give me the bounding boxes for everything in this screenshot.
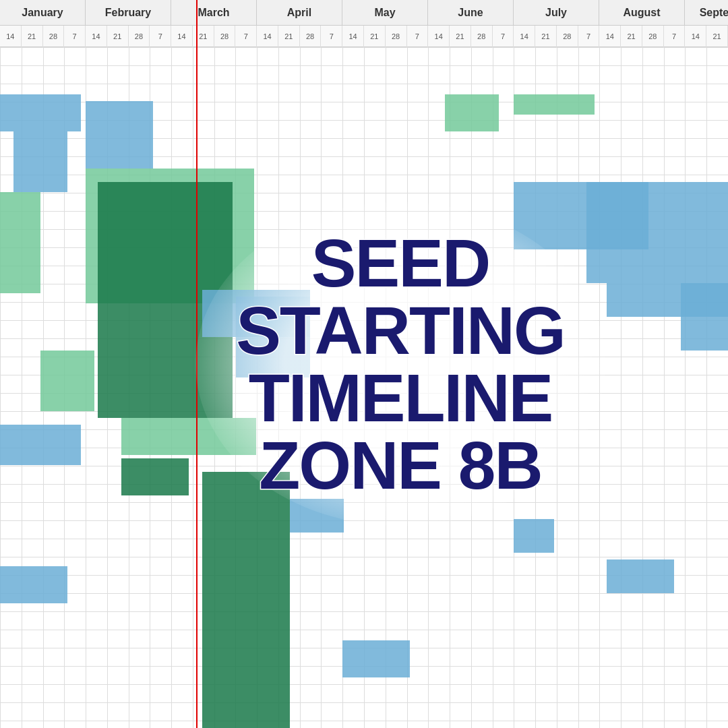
week-label: 28 bbox=[300, 26, 322, 47]
month-label-june: June bbox=[428, 0, 514, 26]
overlay-line3: TIMELINE bbox=[236, 364, 565, 431]
week-label: 21 bbox=[22, 26, 43, 47]
week-label: 21 bbox=[450, 26, 471, 47]
week-label: 28 bbox=[43, 26, 65, 47]
month-header: JanuaryFebruaryMarchAprilMayJuneJulyAugu… bbox=[0, 0, 728, 26]
h-grid-line bbox=[0, 539, 728, 539]
h-grid-line bbox=[0, 593, 728, 594]
timeline-block bbox=[86, 101, 153, 169]
week-label: 7 bbox=[407, 26, 429, 47]
timeline-block bbox=[202, 472, 290, 728]
month-label-september: September bbox=[685, 0, 728, 26]
week-label: 14 bbox=[0, 26, 22, 47]
week-label: 14 bbox=[428, 26, 450, 47]
timeline-block bbox=[40, 351, 94, 411]
week-label: 28 bbox=[214, 26, 236, 47]
month-label-february: February bbox=[86, 0, 171, 26]
h-grid-line bbox=[0, 702, 728, 703]
week-label: 21 bbox=[107, 26, 129, 47]
week-label: 28 bbox=[129, 26, 150, 47]
week-label: 14 bbox=[514, 26, 535, 47]
h-grid-line bbox=[0, 611, 728, 612]
week-label: 14 bbox=[257, 26, 278, 47]
v-grid-line bbox=[642, 47, 643, 728]
timeline-block bbox=[342, 640, 410, 677]
h-grid-line bbox=[0, 65, 728, 66]
week-label: 21 bbox=[621, 26, 642, 47]
timeline-block bbox=[13, 131, 67, 192]
week-label: 28 bbox=[557, 26, 578, 47]
timeline-block bbox=[681, 283, 728, 351]
week-label: 21 bbox=[535, 26, 557, 47]
week-label: 28 bbox=[471, 26, 493, 47]
overlay-line1: SEED bbox=[236, 229, 565, 297]
overlay-line2: STARTING bbox=[236, 297, 565, 364]
v-grid-line bbox=[621, 47, 621, 728]
v-grid-line bbox=[0, 47, 1, 728]
month-label-july: July bbox=[514, 0, 599, 26]
week-label: 21 bbox=[364, 26, 386, 47]
week-header: 1421287142128714212871421287142128714212… bbox=[0, 26, 728, 47]
week-label: 7 bbox=[321, 26, 342, 47]
timeline-block bbox=[607, 559, 674, 593]
h-grid-line bbox=[0, 47, 728, 48]
timeline-block bbox=[0, 425, 81, 465]
week-label: 14 bbox=[685, 26, 706, 47]
overlay-text: SEED STARTING TIMELINE ZONE 8B bbox=[195, 202, 605, 526]
week-label: 14 bbox=[86, 26, 107, 47]
week-label: 7 bbox=[578, 26, 600, 47]
week-label: 14 bbox=[171, 26, 193, 47]
week-label: 7 bbox=[150, 26, 171, 47]
overlay-line4: ZONE 8B bbox=[236, 431, 565, 499]
timeline-block bbox=[121, 458, 189, 495]
canvas: JanuaryFebruaryMarchAprilMayJuneJulyAugu… bbox=[0, 0, 728, 728]
month-label-january: January bbox=[0, 0, 86, 26]
month-label-march: March bbox=[171, 0, 257, 26]
h-grid-line bbox=[0, 684, 728, 685]
h-grid-line bbox=[0, 630, 728, 630]
month-label-may: May bbox=[342, 0, 428, 26]
month-label-august: August bbox=[599, 0, 685, 26]
week-label: 14 bbox=[599, 26, 621, 47]
v-grid-line bbox=[685, 47, 686, 728]
v-grid-line bbox=[664, 47, 665, 728]
h-grid-line bbox=[0, 721, 728, 721]
week-label: 7 bbox=[235, 26, 257, 47]
timeline-block bbox=[0, 566, 67, 603]
timeline-block bbox=[586, 182, 728, 283]
timeline-block bbox=[514, 94, 595, 115]
week-label: 28 bbox=[642, 26, 664, 47]
timeline-block bbox=[0, 94, 81, 131]
timeline-block bbox=[0, 192, 40, 293]
week-label: 7 bbox=[64, 26, 86, 47]
week-label: 28 bbox=[386, 26, 407, 47]
week-label: 7 bbox=[493, 26, 514, 47]
h-grid-line bbox=[0, 557, 728, 557]
week-label: 21 bbox=[278, 26, 300, 47]
h-grid-line bbox=[0, 84, 728, 84]
month-label-april: April bbox=[257, 0, 342, 26]
timeline-block bbox=[514, 519, 554, 553]
week-label: 14 bbox=[342, 26, 364, 47]
v-grid-line bbox=[706, 47, 707, 728]
week-label: 7 bbox=[664, 26, 686, 47]
week-label: 21 bbox=[706, 26, 728, 47]
timeline-block bbox=[445, 94, 499, 131]
